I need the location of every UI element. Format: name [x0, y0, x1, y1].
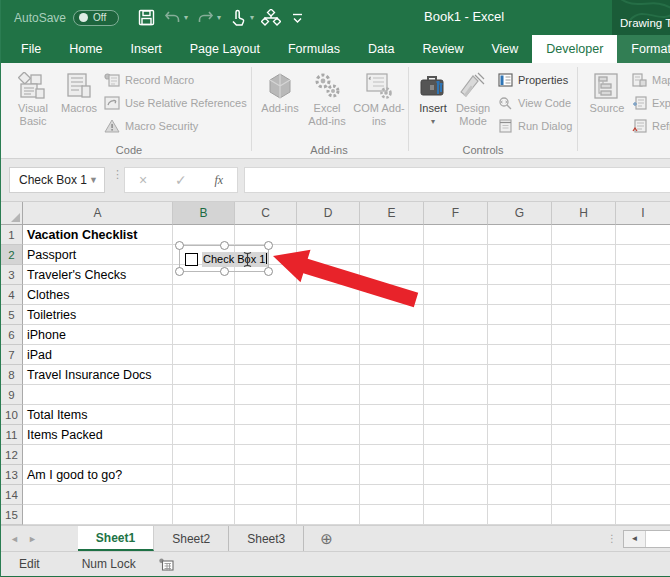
cell-b9[interactable] [173, 385, 235, 405]
cell-d9[interactable] [297, 385, 360, 405]
cell-a14[interactable] [23, 485, 173, 505]
cell-i5[interactable] [616, 305, 670, 325]
cell-e14[interactable] [360, 485, 424, 505]
cell-c7[interactable] [235, 345, 297, 365]
cell-g1[interactable] [488, 225, 552, 245]
cell-a12[interactable] [23, 445, 173, 465]
cell-e1[interactable] [360, 225, 424, 245]
cell-b8[interactable] [173, 365, 235, 385]
cell-b14[interactable] [173, 485, 235, 505]
cell-i12[interactable] [616, 445, 670, 465]
run-dialog-button[interactable]: Run Dialog [498, 119, 572, 133]
tab-review[interactable]: Review [408, 35, 477, 63]
add-ins-button[interactable]: Add-ins [259, 68, 301, 115]
cell-f12[interactable] [424, 445, 488, 465]
sheet-tab-sheet3[interactable]: Sheet3 [229, 526, 304, 551]
cell-f11[interactable] [424, 425, 488, 445]
cell-c11[interactable] [235, 425, 297, 445]
cell-c5[interactable] [235, 305, 297, 325]
macro-security-button[interactable]: Macro Security [104, 119, 198, 133]
cell-g10[interactable] [488, 405, 552, 425]
cell-d4[interactable] [297, 285, 360, 305]
cell-d7[interactable] [297, 345, 360, 365]
source-button[interactable]: Source [585, 68, 629, 115]
cell-h11[interactable] [552, 425, 616, 445]
selection-handle-se[interactable] [264, 267, 273, 276]
selection-handle-s[interactable] [220, 267, 229, 276]
excel-add-ins-button[interactable]: Excel Add-ins [301, 68, 353, 127]
tab-formulas[interactable]: Formulas [274, 35, 354, 63]
cell-d15[interactable] [297, 505, 360, 525]
map-properties-button[interactable]: Map Properties [632, 73, 670, 87]
row-header-14[interactable]: 14 [1, 485, 23, 505]
cell-h3[interactable] [552, 265, 616, 285]
expansion-packs-button[interactable]: Expansion Packs [632, 96, 670, 110]
column-header-g[interactable]: G [488, 202, 552, 225]
cell-e5[interactable] [360, 305, 424, 325]
cell-f6[interactable] [424, 325, 488, 345]
tab-splitter[interactable]: ⋮ [607, 536, 615, 541]
column-header-f[interactable]: F [424, 202, 488, 225]
row-header-10[interactable]: 10 [1, 405, 23, 425]
cell-g5[interactable] [488, 305, 552, 325]
cell-a11[interactable]: Items Packed [23, 425, 173, 445]
cell-b12[interactable] [173, 445, 235, 465]
column-header-a[interactable]: A [23, 202, 173, 225]
cell-g9[interactable] [488, 385, 552, 405]
cell-d5[interactable] [297, 305, 360, 325]
row-header-9[interactable]: 9 [1, 385, 23, 405]
cell-e7[interactable] [360, 345, 424, 365]
undo-icon[interactable] [161, 6, 183, 30]
scroll-left-icon[interactable]: ◄ [624, 531, 646, 547]
cell-f3[interactable] [424, 265, 488, 285]
row-header-13[interactable]: 13 [1, 465, 23, 485]
cell-a4[interactable]: Clothes [23, 285, 173, 305]
refresh-data-button[interactable]: Refresh Data [632, 119, 670, 133]
cell-i9[interactable] [616, 385, 670, 405]
checkbox-label[interactable]: Check Box 1 [202, 252, 268, 267]
cell-b7[interactable] [173, 345, 235, 365]
touch-mouse-mode-icon[interactable] [227, 6, 249, 30]
selection-handle-nw[interactable] [175, 241, 184, 250]
cell-g2[interactable] [488, 245, 552, 265]
cell-h15[interactable] [552, 505, 616, 525]
cell-b5[interactable] [173, 305, 235, 325]
cell-e10[interactable] [360, 405, 424, 425]
cell-d12[interactable] [297, 445, 360, 465]
column-header-c[interactable]: C [235, 202, 297, 225]
use-relative-references-button[interactable]: Use Relative References [104, 96, 247, 110]
column-header-b[interactable]: B [173, 202, 235, 225]
cell-d13[interactable] [297, 465, 360, 485]
com-add-ins-button[interactable]: COM Add-ins [353, 68, 405, 127]
cell-i1[interactable] [616, 225, 670, 245]
cell-g13[interactable] [488, 465, 552, 485]
cell-d8[interactable] [297, 365, 360, 385]
new-sheet-button[interactable]: ⊕ [304, 526, 349, 551]
cell-i13[interactable] [616, 465, 670, 485]
insert-function-icon[interactable]: fx [214, 173, 223, 188]
cell-b15[interactable] [173, 505, 235, 525]
cell-h10[interactable] [552, 405, 616, 425]
cell-g15[interactable] [488, 505, 552, 525]
row-header-6[interactable]: 6 [1, 325, 23, 345]
cell-a7[interactable]: iPad [23, 345, 173, 365]
properties-button[interactable]: Properties [498, 73, 568, 87]
cell-f2[interactable] [424, 245, 488, 265]
cell-f7[interactable] [424, 345, 488, 365]
cell-h12[interactable] [552, 445, 616, 465]
cell-e3[interactable] [360, 265, 424, 285]
cell-h8[interactable] [552, 365, 616, 385]
cell-g8[interactable] [488, 365, 552, 385]
autosave-toggle[interactable]: Off [73, 10, 119, 26]
cell-h2[interactable] [552, 245, 616, 265]
row-header-3[interactable]: 3 [1, 265, 23, 285]
cell-c15[interactable] [235, 505, 297, 525]
row-header-15[interactable]: 15 [1, 505, 23, 525]
cell-h6[interactable] [552, 325, 616, 345]
cell-a10[interactable]: Total Items [23, 405, 173, 425]
cell-i6[interactable] [616, 325, 670, 345]
cell-i8[interactable] [616, 365, 670, 385]
tab-insert[interactable]: Insert [117, 35, 176, 63]
cell-i15[interactable] [616, 505, 670, 525]
cell-c14[interactable] [235, 485, 297, 505]
